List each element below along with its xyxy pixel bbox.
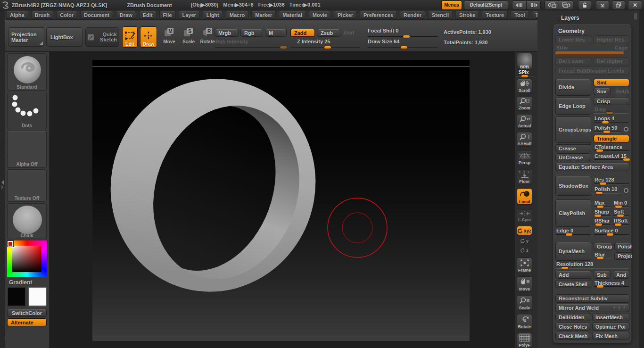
groupsloops-button[interactable]: GroupsLoops [555, 116, 591, 143]
slider-handle[interactable] [614, 223, 622, 226]
menu-preferences[interactable]: Preferences [360, 11, 397, 19]
blur-slider[interactable]: Blur [594, 252, 612, 260]
crisp-button[interactable]: Crisp [594, 98, 629, 105]
shadowbox-button[interactable]: ShadowBox [555, 176, 591, 196]
stroke-thumbnail-dots[interactable]: Dots [7, 92, 47, 129]
divide-button[interactable]: Divide [555, 79, 591, 96]
menu-tool[interactable]: Tool [511, 11, 528, 19]
slider-handle[interactable] [599, 182, 607, 185]
move-tool-button[interactable]: M Move [161, 27, 178, 44]
next-document-button[interactable] [559, 0, 573, 10]
gradient-label[interactable]: Gradient [9, 279, 32, 286]
rotate-y-button[interactable]: y [517, 237, 532, 245]
tray-slide-left-button[interactable] [512, 0, 527, 10]
creaselvl-slider[interactable]: CreaseLvl 15 [594, 153, 629, 161]
zadd-button[interactable]: Zadd [290, 29, 315, 37]
claypolish-rsoft-slider[interactable]: RSoft [613, 218, 629, 226]
right-tray-scrollbar[interactable] [634, 12, 638, 20]
main-color-swatch[interactable] [7, 287, 26, 307]
mirror-and-weld-button[interactable]: Mirror And Weld x y z [555, 304, 629, 312]
triangle-button[interactable]: Triangle [594, 135, 629, 142]
polish10-mode-toggle[interactable] [624, 188, 628, 193]
slider-handle[interactable] [596, 205, 604, 208]
menu-draw[interactable]: Draw [116, 11, 136, 19]
close-holes-button[interactable]: Close Holes [555, 323, 590, 331]
saturation-square[interactable] [12, 246, 41, 272]
shelf-rotate-button[interactable]: Rotate [517, 314, 532, 330]
menu-stroke[interactable]: Stroke [455, 11, 479, 19]
geometry-section-header[interactable]: Geometry [558, 28, 585, 34]
minimize-button[interactable] [596, 0, 609, 10]
menu-alpha[interactable]: Alpha [6, 11, 28, 19]
texture-off-thumbnail[interactable]: Texture Off [7, 169, 47, 202]
scroll-button[interactable]: Scroll [517, 79, 532, 93]
slider-handle[interactable] [602, 121, 609, 124]
zsub-button[interactable]: Zsub [317, 29, 340, 37]
claypolish-soft-slider[interactable]: Soft [613, 209, 629, 217]
slider-handle[interactable] [596, 257, 604, 260]
focal-shift-slider[interactable]: Focal Shift 0 [367, 28, 438, 38]
menu-light[interactable]: Light [203, 11, 223, 19]
persp-button[interactable]: Persp [517, 150, 532, 166]
sub-button[interactable]: Sub [594, 271, 611, 279]
slider-handle[interactable] [565, 233, 573, 236]
slider-handle[interactable] [403, 35, 410, 38]
delhidden-button[interactable]: DelHidden [555, 313, 590, 321]
menu-layer[interactable]: Layer [179, 11, 200, 19]
polish50-slider[interactable]: Polish 50 [594, 125, 622, 133]
rotate-tool-button[interactable]: R Rotate [198, 27, 216, 44]
rgb-button[interactable]: Rgb [240, 29, 263, 37]
group-button[interactable]: Group [594, 243, 612, 250]
suv-button[interactable]: Suv [594, 88, 611, 95]
floor-button[interactable]: x y z Floor [517, 169, 532, 184]
ctolerance-slider[interactable]: CTolerance [594, 144, 629, 152]
menu-macro[interactable]: Macro [226, 11, 248, 19]
current-color-swatch[interactable] [8, 241, 13, 247]
menu-brush[interactable]: Brush [31, 11, 54, 19]
material-thumbnail-chalk[interactable]: Chalk [7, 203, 47, 239]
document-canvas[interactable] [92, 60, 470, 341]
alternate-button[interactable]: Alternate [7, 318, 47, 326]
slider-handle[interactable] [521, 75, 528, 78]
lsym-button[interactable]: L.Sym [517, 209, 532, 223]
slider-handle[interactable] [400, 46, 408, 49]
menu-texture[interactable]: Texture [482, 11, 508, 19]
slider-handle[interactable] [561, 266, 569, 270]
claypolish-button[interactable]: ClayPolish [555, 199, 591, 227]
menu-material[interactable]: Material [279, 11, 306, 19]
project-button[interactable]: Projec [614, 252, 632, 260]
slider-handle[interactable] [595, 223, 603, 226]
menu-render[interactable]: Render [400, 11, 425, 19]
menus-button[interactable]: Menus [441, 0, 462, 10]
crease-button[interactable]: Crease [555, 144, 591, 152]
claypolish-max-slider[interactable]: Max [594, 200, 611, 208]
aahalf-button[interactable]: AAHalf [517, 132, 532, 147]
zoom-button[interactable]: Zoom [517, 96, 532, 111]
equalize-surface-area-button[interactable]: Equalize Surface Area [555, 163, 629, 171]
claypolish-sharp-slider[interactable]: Sharp [594, 209, 611, 217]
create-shell-button[interactable]: Create Shell [555, 280, 591, 288]
menu-color[interactable]: Color [56, 11, 77, 19]
menu-stencil[interactable]: Stencil [428, 11, 453, 19]
bpr-button[interactable]: BPR [517, 53, 532, 70]
rotate-z-button[interactable]: z [517, 246, 532, 255]
tray-slide-right-button[interactable] [527, 0, 541, 10]
slider-handle[interactable] [596, 149, 603, 152]
slider-handle[interactable] [603, 130, 611, 133]
draw-button[interactable]: Draw [140, 26, 157, 48]
close-button[interactable]: ✕ [628, 0, 642, 10]
frame-button[interactable]: Frame [517, 257, 532, 273]
claypolish-rshar-slider[interactable]: RShar [594, 218, 611, 226]
default-zscript-button[interactable]: DefaultZScript [464, 0, 508, 10]
color-picker[interactable] [7, 240, 47, 277]
restore-button[interactable] [612, 0, 625, 10]
mirror-xyz-label[interactable]: x y z [613, 305, 626, 309]
menu-picker[interactable]: Picker [334, 11, 357, 19]
shelf-scale-button[interactable]: Scale [517, 295, 532, 311]
slider-handle[interactable] [594, 214, 602, 217]
mrgb-button[interactable]: Mrgb [215, 29, 239, 37]
insertmesh-button[interactable]: InsertMesh [592, 313, 629, 321]
and-button[interactable]: And [613, 271, 629, 279]
edge-loop-button[interactable]: Edge Loop [555, 98, 591, 115]
thickness-slider[interactable]: Thickness 4 [594, 280, 629, 288]
